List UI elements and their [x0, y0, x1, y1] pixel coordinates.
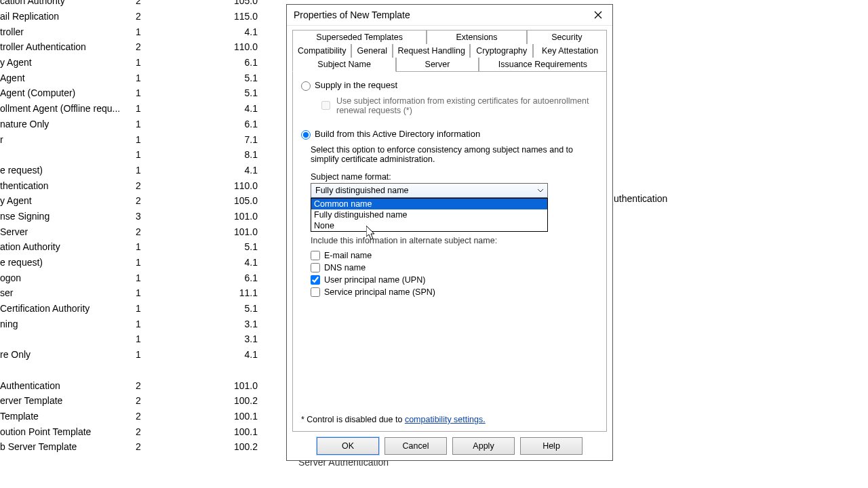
tab-issuance-requirements[interactable]: Issuance Requirements — [479, 58, 607, 72]
bg-row[interactable]: ail Replication2115.0 — [0, 9, 285, 24]
subject-name-panel: Supply in the request Use subject inform… — [292, 72, 607, 432]
bg-row[interactable]: erver Template2100.2 — [0, 393, 285, 409]
combo-option[interactable]: Common name — [311, 199, 547, 209]
bg-row[interactable]: Template2100.1 — [0, 409, 285, 424]
subject-name-format-label: Subject name format: — [311, 172, 598, 182]
bg-row[interactable]: y Agent16.1 — [0, 55, 285, 70]
titlebar: Properties of New Template — [287, 5, 612, 26]
combo-option[interactable]: Fully distinguished name — [311, 209, 547, 220]
combo-dropdown-list[interactable]: Common nameFully distinguished nameNone — [311, 198, 548, 232]
bg-cell-1: 1 — [136, 272, 203, 283]
cancel-button[interactable]: Cancel — [384, 437, 447, 455]
dns-checkbox[interactable] — [311, 263, 320, 272]
bg-row[interactable]: ation Authority15.1 — [0, 239, 285, 255]
bg-cell-2: 6.1 — [203, 57, 262, 68]
tab-cryptography[interactable]: Cryptography — [470, 44, 533, 58]
tab-extensions[interactable]: Extensions — [427, 30, 526, 44]
bg-cell-1: 2 — [136, 441, 203, 452]
bg-cell-2: 7.1 — [203, 134, 262, 145]
close-button[interactable] — [584, 5, 612, 25]
build-from-ad-option[interactable]: Build from this Active Directory informa… — [301, 129, 598, 140]
tab-subject-name[interactable]: Subject Name — [292, 58, 396, 72]
apply-button[interactable]: Apply — [452, 437, 515, 455]
bg-row[interactable]: 13.1 — [0, 331, 285, 347]
tab-request-handling[interactable]: Request Handling — [393, 44, 470, 58]
bg-row[interactable]: ollment Agent (Offline requ...14.1 — [0, 101, 285, 117]
bg-row[interactable]: troller14.1 — [0, 24, 285, 39]
upn-option[interactable]: User principal name (UPN) — [311, 275, 598, 285]
bg-row[interactable]: nature Only16.1 — [0, 117, 285, 132]
bg-cell-1: 2 — [136, 11, 203, 22]
supply-in-request-option[interactable]: Supply in the request — [301, 80, 598, 91]
compatibility-settings-link[interactable]: compatibility settings. — [405, 415, 486, 424]
bg-cell-name: Server — [0, 226, 136, 237]
bg-row[interactable]: b Server Template2100.2 — [0, 439, 285, 455]
bg-row[interactable]: ser111.1 — [0, 285, 285, 301]
bg-row[interactable]: Server2101.0 — [0, 224, 285, 239]
combo-option[interactable]: None — [311, 220, 547, 231]
bg-row[interactable]: Authentication2101.0 — [0, 378, 285, 393]
bg-row[interactable]: nse Signing3101.0 — [0, 209, 285, 224]
bg-cell-2: 8.1 — [203, 149, 262, 160]
tab-key-attestation[interactable]: Key Attestation — [533, 44, 607, 58]
bg-cell-2: 5.1 — [203, 87, 262, 98]
chevron-down-icon[interactable] — [534, 184, 547, 197]
background-template-list: cation Authority2105.0ail Replication211… — [0, 0, 285, 455]
bg-row[interactable]: Agent15.1 — [0, 70, 285, 85]
bg-row[interactable]: e request)14.1 — [0, 163, 285, 178]
bg-cell-1: 1 — [136, 333, 203, 344]
bg-cell-name: cation Authority — [0, 0, 136, 6]
tab-general[interactable]: General — [351, 44, 393, 58]
bg-row[interactable]: thentication2110.0 — [0, 178, 285, 193]
spn-checkbox[interactable] — [311, 287, 320, 297]
build-radio[interactable] — [301, 130, 311, 140]
bg-cell-2: 5.1 — [203, 73, 262, 83]
help-button[interactable]: Help — [520, 437, 583, 455]
bg-cell-name: ogon — [0, 272, 136, 283]
bg-row[interactable]: Agent (Computer)15.1 — [0, 85, 285, 101]
tab-superseded-templates[interactable]: Superseded Templates — [292, 30, 427, 44]
bg-cell-2: 101.0 — [203, 211, 262, 222]
properties-dialog: Properties of New Template Superseded Te… — [286, 4, 613, 461]
bg-cell-name: e request) — [0, 257, 136, 268]
bg-cell-name: nature Only — [0, 119, 136, 129]
email-name-option[interactable]: E-mail name — [311, 251, 598, 260]
use-subject-info-option: Use subject information from existing ce… — [319, 96, 598, 115]
bg-cell-2: 3.1 — [203, 333, 262, 344]
upn-checkbox[interactable] — [311, 275, 320, 285]
combo-box[interactable]: Fully distinguished name — [311, 183, 548, 198]
bg-cell-2: 6.1 — [203, 272, 262, 283]
bg-cell-name: e request) — [0, 165, 136, 176]
email-checkbox[interactable] — [311, 251, 320, 260]
ok-button[interactable]: OK — [317, 437, 379, 455]
tab-compatibility[interactable]: Compatibility — [292, 44, 351, 58]
footnote-text: * Control is disabled due to — [301, 415, 405, 424]
bg-row[interactable]: ning13.1 — [0, 316, 285, 331]
bg-row[interactable]: ogon16.1 — [0, 270, 285, 285]
bg-cell-name: ation Authority — [0, 241, 136, 252]
bg-row[interactable]: 18.1 — [0, 147, 285, 163]
bg-row[interactable] — [0, 363, 285, 378]
tab-server[interactable]: Server — [396, 58, 479, 72]
bg-cell-1: 2 — [136, 180, 203, 191]
bg-cell-name: thentication — [0, 180, 136, 191]
supply-radio-label: Supply in the request — [315, 80, 397, 90]
bg-row[interactable]: Certification Authority15.1 — [0, 301, 285, 317]
bg-row[interactable]: y Agent2105.0 — [0, 193, 285, 209]
bg-row[interactable]: oution Point Template2100.1 — [0, 424, 285, 439]
spn-option[interactable]: Service principal name (SPN) — [311, 287, 598, 297]
bg-cell-2: 5.1 — [203, 303, 262, 314]
bg-cell-name: Authentication — [0, 380, 136, 391]
bg-row[interactable]: troller Authentication2110.0 — [0, 39, 285, 55]
bg-row[interactable]: r17.1 — [0, 131, 285, 147]
dialog-buttons: OK Cancel Apply Help — [287, 432, 612, 462]
bg-cell-2: 4.1 — [203, 165, 262, 176]
subject-name-format-combo[interactable]: Fully distinguished name Common nameFull… — [311, 183, 548, 198]
bg-row[interactable]: re Only14.1 — [0, 347, 285, 363]
upn-label: User principal name (UPN) — [324, 275, 425, 285]
supply-radio[interactable] — [301, 81, 311, 91]
bg-row[interactable]: cation Authority2105.0 — [0, 0, 285, 9]
tab-security[interactable]: Security — [527, 30, 607, 44]
dns-name-option[interactable]: DNS name — [311, 263, 598, 272]
bg-row[interactable]: e request)14.1 — [0, 255, 285, 270]
